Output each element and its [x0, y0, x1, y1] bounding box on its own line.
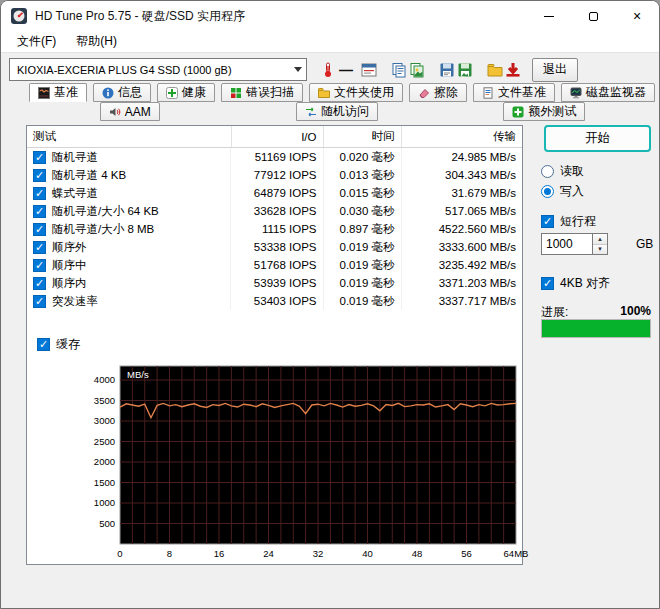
copy-text-icon[interactable] [390, 61, 408, 79]
capacity-input[interactable] [541, 233, 593, 255]
transfer-value: 3235.492 MB/s [401, 256, 522, 274]
read-option[interactable]: 读取 [541, 163, 584, 180]
write-label: 写入 [560, 183, 584, 200]
write-radio[interactable] [541, 185, 554, 198]
write-option[interactable]: 写入 [541, 183, 584, 200]
tab-health[interactable]: 健康 [157, 83, 215, 102]
table-row: 随机寻道 4 KB 77912 IOPS 0.013 毫秒 304.343 MB… [27, 166, 522, 184]
tab-extra-tests[interactable]: 额外测试 [503, 102, 585, 121]
title-bar: HD Tune Pro 5.75 - 硬盘/SSD 实用程序 × [1, 1, 659, 31]
tab-erase[interactable]: 擦除 [409, 83, 467, 102]
menu-help[interactable]: 帮助(H) [68, 31, 125, 52]
drive-selector[interactable]: KIOXIA-EXCERIA PLUS G4 SSD (1000 gB) [9, 58, 307, 81]
chart-canvas: 5001000150020002500300035004000081624324… [57, 360, 524, 562]
table-row: 随机寻道/大小 64 KB 33628 IOPS 0.030 毫秒 517.06… [27, 202, 522, 220]
io-value: 1115 IOPS [231, 220, 323, 238]
table-header-row: 测试 I/O 时间 传输 [27, 126, 522, 148]
results-table: 测试 I/O 时间 传输 随机寻道 51169 IOPS 0.020 毫秒 24… [27, 126, 522, 310]
exit-button[interactable]: 退出 [532, 58, 578, 82]
eraser-icon [418, 87, 430, 99]
cache-option[interactable]: 缓存 [37, 336, 80, 353]
svg-text:64MB: 64MB [504, 548, 529, 559]
svg-text:48: 48 [412, 548, 423, 559]
start-button-label: 开始 [585, 130, 610, 147]
stepper-down-icon[interactable]: ▼ [593, 244, 607, 255]
svg-text:3500: 3500 [94, 395, 115, 406]
maximize-icon [589, 12, 598, 21]
tab-disk-monitor-label: 磁盘监视器 [586, 84, 646, 101]
transfer-value: 304.343 MB/s [401, 166, 522, 184]
thermometer-icon [319, 61, 337, 79]
short-stroke-checkbox[interactable] [541, 215, 554, 228]
tab-random-access[interactable]: 随机访问 [296, 102, 378, 121]
svg-text:1000: 1000 [94, 497, 115, 508]
folder-export-icon[interactable] [486, 61, 504, 79]
tab-file-benchmark[interactable]: 文件基准 [473, 83, 555, 102]
tab-info[interactable]: 信息 [93, 83, 151, 102]
row-checkbox[interactable] [33, 259, 46, 272]
align-option[interactable]: 4KB 对齐 [541, 275, 610, 292]
start-button[interactable]: 开始 [544, 125, 651, 152]
save-results-icon[interactable] [504, 61, 522, 79]
cache-checkbox[interactable] [37, 338, 50, 351]
row-checkbox[interactable] [33, 151, 46, 164]
minimize-button[interactable] [527, 1, 571, 31]
copy-image-icon[interactable] [408, 61, 426, 79]
row-checkbox[interactable] [33, 241, 46, 254]
maximize-button[interactable] [571, 1, 615, 31]
progress-fill [542, 320, 650, 337]
plus-icon [512, 106, 524, 118]
transfer-value: 24.985 MB/s [401, 148, 522, 167]
hdtune-window: HD Tune Pro 5.75 - 硬盘/SSD 实用程序 × 文件(F) 帮… [0, 0, 660, 609]
short-stroke-option[interactable]: 短行程 [541, 213, 596, 230]
tab-row-2: AAM 随机访问 额外测试 [29, 102, 645, 121]
row-checkbox[interactable] [33, 295, 46, 308]
test-name: 蝶式寻道 [52, 186, 98, 201]
capacity-stepper[interactable]: ▲ ▼ [593, 233, 608, 255]
export-text-icon[interactable] [438, 61, 456, 79]
test-name: 随机寻道/大小 8 MB [52, 222, 154, 237]
table-row: 顺序内 53939 IOPS 0.019 毫秒 3371.203 MB/s [27, 274, 522, 292]
tab-aam[interactable]: AAM [100, 102, 160, 121]
close-icon: × [633, 9, 641, 23]
tab-extra-tests-label: 额外测试 [528, 103, 576, 120]
svg-text:MB/s: MB/s [127, 369, 149, 380]
progress-bar [541, 319, 651, 338]
transfer-rate-chart: 5001000150020002500300035004000081624324… [57, 360, 524, 566]
time-value: 0.019 毫秒 [323, 274, 401, 292]
close-button[interactable]: × [615, 1, 659, 31]
transfer-value: 517.065 MB/s [401, 202, 522, 220]
tab-error-scan-label: 错误扫描 [246, 84, 294, 101]
time-value: 0.019 毫秒 [323, 292, 401, 310]
row-checkbox[interactable] [33, 187, 46, 200]
health-cross-icon [166, 87, 178, 99]
menu-file[interactable]: 文件(F) [9, 31, 64, 52]
test-name: 突发速率 [52, 294, 98, 309]
row-checkbox[interactable] [33, 223, 46, 236]
header-io: I/O [231, 126, 323, 148]
short-stroke-label: 短行程 [560, 213, 596, 230]
export-image-icon[interactable] [456, 61, 474, 79]
row-checkbox[interactable] [33, 277, 46, 290]
align-checkbox[interactable] [541, 277, 554, 290]
tab-folder-usage[interactable]: 文件夹使用 [309, 83, 403, 102]
tab-benchmark[interactable]: 基准 [29, 83, 87, 102]
info-panel-icon[interactable] [360, 61, 378, 79]
window-title: HD Tune Pro 5.75 - 硬盘/SSD 实用程序 [35, 8, 245, 25]
transfer-value: 3333.600 MB/s [401, 238, 522, 256]
chevron-down-icon [294, 67, 302, 72]
io-value: 51768 IOPS [231, 256, 323, 274]
svg-text:4000: 4000 [94, 374, 115, 385]
io-value: 33628 IOPS [231, 202, 323, 220]
tab-error-scan[interactable]: 错误扫描 [221, 83, 303, 102]
tab-disk-monitor[interactable]: 磁盘监视器 [561, 83, 655, 102]
read-radio[interactable] [541, 165, 554, 178]
io-value: 51169 IOPS [231, 148, 323, 167]
svg-text:1500: 1500 [94, 477, 115, 488]
toolbar: KIOXIA-EXCERIA PLUS G4 SSD (1000 gB) — [1, 54, 659, 85]
tab-file-benchmark-label: 文件基准 [498, 84, 546, 101]
svg-text:24: 24 [263, 548, 274, 559]
row-checkbox[interactable] [33, 205, 46, 218]
row-checkbox[interactable] [33, 169, 46, 182]
stepper-up-icon[interactable]: ▲ [593, 234, 607, 244]
